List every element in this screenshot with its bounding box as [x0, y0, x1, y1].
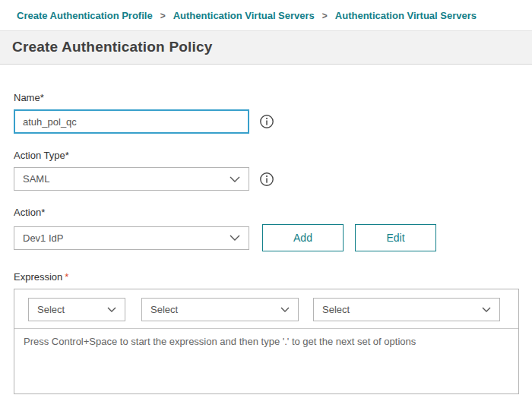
- required-asterisk: *: [65, 150, 69, 161]
- action-label-text: Action: [14, 207, 41, 218]
- chevron-down-icon: [482, 307, 491, 312]
- create-authentication-policy-form: Name* Action Type* SAML: [0, 65, 532, 394]
- action-label: Action*: [14, 207, 532, 218]
- name-field: Name*: [14, 92, 532, 134]
- required-asterisk: *: [41, 207, 45, 218]
- expression-select-2[interactable]: Select: [141, 298, 299, 321]
- chevron-right-separator-icon: >: [322, 11, 328, 21]
- breadcrumb: Create Authentication Profile>Authentica…: [0, 0, 532, 30]
- chevron-down-icon: [107, 307, 116, 312]
- breadcrumb-item-create-authentication-profile[interactable]: Create Authentication Profile: [17, 10, 153, 21]
- action-field: Action* Dev1 IdP Add Edit: [14, 207, 532, 251]
- chevron-right-separator-icon: >: [160, 11, 166, 21]
- page-title: Create Authentication Policy: [12, 39, 520, 55]
- expression-select-1-value: Select: [37, 304, 65, 315]
- info-icon[interactable]: [259, 172, 274, 187]
- expression-select-3-value: Select: [322, 304, 350, 315]
- breadcrumb-item-authentication-virtual-server[interactable]: Authentication Virtual Servers: [335, 10, 477, 21]
- edit-action-button[interactable]: Edit: [355, 224, 436, 251]
- action-selected-value: Dev1 IdP: [23, 232, 63, 244]
- expression-select-1[interactable]: Select: [28, 298, 125, 321]
- expression-editor: Select Select Select: [14, 289, 519, 394]
- action-select[interactable]: Dev1 IdP: [14, 226, 249, 250]
- page-title-bar: Create Authentication Policy: [0, 30, 532, 65]
- expression-select-row: Select Select Select: [14, 289, 518, 328]
- name-label: Name*: [14, 92, 532, 103]
- chevron-down-icon: [230, 235, 240, 241]
- action-type-selected-value: SAML: [23, 173, 49, 185]
- action-type-select[interactable]: SAML: [14, 167, 249, 191]
- name-input[interactable]: [14, 109, 249, 134]
- expression-input[interactable]: [14, 328, 518, 393]
- expression-label-text: Expression: [14, 271, 62, 283]
- action-type-label: Action Type*: [14, 150, 532, 161]
- breadcrumb-item-authentication-virtual-servers[interactable]: Authentication Virtual Servers: [173, 10, 315, 21]
- action-type-label-text: Action Type: [14, 150, 65, 161]
- expression-label: Expression*: [14, 271, 532, 283]
- chevron-down-icon: [280, 307, 290, 312]
- name-label-text: Name: [14, 92, 40, 103]
- info-icon[interactable]: [259, 114, 274, 129]
- required-asterisk: *: [40, 92, 44, 103]
- chevron-down-icon: [230, 176, 240, 182]
- expression-field: Expression* Select Select Select: [14, 271, 532, 394]
- required-asterisk: *: [65, 271, 68, 283]
- add-action-button[interactable]: Add: [262, 224, 344, 251]
- expression-select-2-value: Select: [150, 304, 178, 315]
- action-type-field: Action Type* SAML: [14, 150, 532, 191]
- expression-select-3[interactable]: Select: [313, 298, 500, 321]
